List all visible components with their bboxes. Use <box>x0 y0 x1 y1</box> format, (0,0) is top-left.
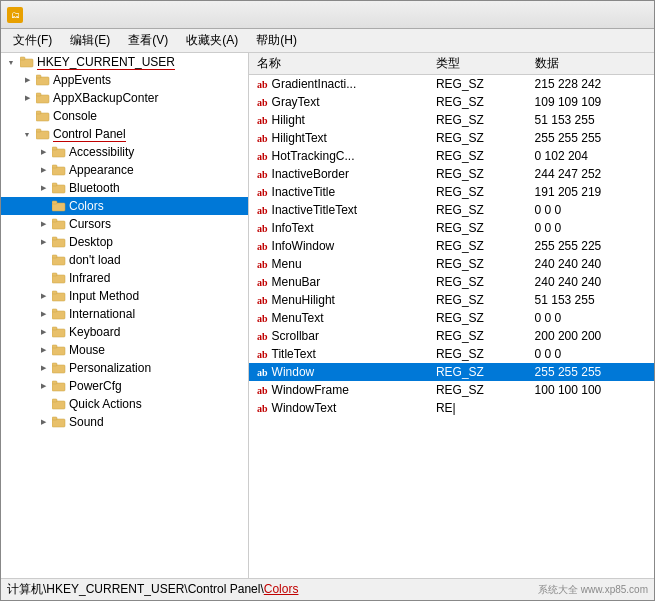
expand-btn-appevents[interactable] <box>19 72 35 88</box>
table-row[interactable]: abGradientInacti...REG_SZ215 228 242 <box>249 75 654 93</box>
table-row[interactable]: abMenuHilightREG_SZ51 153 255 <box>249 291 654 309</box>
ab-icon: ab <box>257 367 268 378</box>
svg-rect-3 <box>36 75 41 78</box>
tree-item-powercfg[interactable]: PowerCfg <box>1 377 248 395</box>
cell-type: REG_SZ <box>428 219 527 237</box>
table-row[interactable]: abMenuREG_SZ240 240 240 <box>249 255 654 273</box>
expand-btn-powercfg[interactable] <box>35 378 51 394</box>
tree-item-appevents[interactable]: AppEvents <box>1 71 248 89</box>
tree-item-bluetooth[interactable]: Bluetooth <box>1 179 248 197</box>
folder-icon-colors <box>51 199 67 213</box>
cell-type: REG_SZ <box>428 183 527 201</box>
expand-btn-keyboard[interactable] <box>35 324 51 340</box>
tree-item-console[interactable]: Console <box>1 107 248 125</box>
tree-item-sound[interactable]: Sound <box>1 413 248 431</box>
detail-panel[interactable]: 名称 类型 数据 abGradientInacti...REG_SZ215 22… <box>249 53 654 578</box>
expand-btn-quickactions <box>35 396 51 412</box>
cell-name: abMenuBar <box>249 273 428 291</box>
expand-btn-personalization[interactable] <box>35 360 51 376</box>
table-row[interactable]: abInfoTextREG_SZ0 0 0 <box>249 219 654 237</box>
folder-icon-keyboard <box>51 325 67 339</box>
expand-btn-bluetooth[interactable] <box>35 180 51 196</box>
svg-rect-5 <box>36 93 41 96</box>
cell-type: REG_SZ <box>428 255 527 273</box>
tree-item-inputmethod[interactable]: Input Method <box>1 287 248 305</box>
cell-name: abWindowFrame <box>249 381 428 399</box>
tree-item-hkcu[interactable]: HKEY_CURRENT_USER <box>1 53 248 71</box>
tree-label-personalization: Personalization <box>69 361 151 375</box>
svg-rect-23 <box>52 255 57 258</box>
ab-icon: ab <box>257 313 268 324</box>
expand-btn-sound[interactable] <box>35 414 51 430</box>
expand-btn-cursors[interactable] <box>35 216 51 232</box>
table-row[interactable]: abMenuBarREG_SZ240 240 240 <box>249 273 654 291</box>
tree-item-appearance[interactable]: Appearance <box>1 161 248 179</box>
svg-rect-29 <box>52 309 57 312</box>
table-row[interactable]: abHotTrackingC...REG_SZ0 102 204 <box>249 147 654 165</box>
tree-item-quickactions[interactable]: Quick Actions <box>1 395 248 413</box>
table-row[interactable]: abGrayTextREG_SZ109 109 109 <box>249 93 654 111</box>
expand-btn-accessibility[interactable] <box>35 144 51 160</box>
table-row[interactable]: abInactiveTitleTextREG_SZ0 0 0 <box>249 201 654 219</box>
tree-label-powercfg: PowerCfg <box>69 379 122 393</box>
ab-icon: ab <box>257 97 268 108</box>
tree-item-mouse[interactable]: Mouse <box>1 341 248 359</box>
expand-btn-appearance[interactable] <box>35 162 51 178</box>
table-row[interactable]: abHilightTextREG_SZ255 255 255 <box>249 129 654 147</box>
folder-icon-international <box>51 307 67 321</box>
expand-btn-appxbackup[interactable] <box>19 90 35 106</box>
tree-item-international[interactable]: International <box>1 305 248 323</box>
cell-value: 0 0 0 <box>527 201 654 219</box>
tree-item-infrared[interactable]: Infrared <box>1 269 248 287</box>
ab-icon: ab <box>257 151 268 162</box>
ab-icon: ab <box>257 133 268 144</box>
cell-type: REG_SZ <box>428 93 527 111</box>
cell-value: 240 240 240 <box>527 273 654 291</box>
cell-name: abInactiveTitle <box>249 183 428 201</box>
menu-item-a[interactable]: 收藏夹(A) <box>178 30 246 51</box>
table-row[interactable]: abInactiveBorderREG_SZ244 247 252 <box>249 165 654 183</box>
cell-name: abScrollbar <box>249 327 428 345</box>
svg-rect-31 <box>52 327 57 330</box>
table-row[interactable]: abTitleTextREG_SZ0 0 0 <box>249 345 654 363</box>
cell-name: abMenu <box>249 255 428 273</box>
menu-item-v[interactable]: 查看(V) <box>120 30 176 51</box>
table-row[interactable]: abWindowREG_SZ255 255 255 <box>249 363 654 381</box>
menu-item-f[interactable]: 文件(F) <box>5 30 60 51</box>
cell-value: 0 102 204 <box>527 147 654 165</box>
table-row[interactable]: abWindowFrameREG_SZ100 100 100 <box>249 381 654 399</box>
table-row[interactable]: abInactiveTitleREG_SZ191 205 219 <box>249 183 654 201</box>
folder-icon-hkcu <box>19 55 35 69</box>
menu-item-h[interactable]: 帮助(H) <box>248 30 305 51</box>
table-row[interactable]: abScrollbarREG_SZ200 200 200 <box>249 327 654 345</box>
svg-rect-11 <box>52 147 57 150</box>
expand-btn-international[interactable] <box>35 306 51 322</box>
tree-label-mouse: Mouse <box>69 343 105 357</box>
tree-item-appxbackup[interactable]: AppXBackupConter <box>1 89 248 107</box>
tree-panel[interactable]: HKEY_CURRENT_USER AppEvents AppXBackupCo… <box>1 53 249 578</box>
menu-item-e[interactable]: 编辑(E) <box>62 30 118 51</box>
folder-icon-powercfg <box>51 379 67 393</box>
table-row[interactable]: abInfoWindowREG_SZ255 255 225 <box>249 237 654 255</box>
table-row[interactable]: abWindowTextRE| <box>249 399 654 417</box>
table-row[interactable]: abHilightREG_SZ51 153 255 <box>249 111 654 129</box>
tree-item-accessibility[interactable]: Accessibility <box>1 143 248 161</box>
expand-btn-inputmethod[interactable] <box>35 288 51 304</box>
expand-btn-hkcu[interactable] <box>3 54 19 70</box>
svg-rect-1 <box>20 57 25 60</box>
tree-item-dontload[interactable]: don't load <box>1 251 248 269</box>
tree-item-personalization[interactable]: Personalization <box>1 359 248 377</box>
tree-label-sound: Sound <box>69 415 104 429</box>
tree-item-cursors[interactable]: Cursors <box>1 215 248 233</box>
tree-item-colors[interactable]: Colors <box>1 197 248 215</box>
tree-item-desktop[interactable]: Desktop <box>1 233 248 251</box>
tree-label-quickactions: Quick Actions <box>69 397 142 411</box>
table-row[interactable]: abMenuTextREG_SZ0 0 0 <box>249 309 654 327</box>
folder-icon-console <box>35 109 51 123</box>
tree-item-controlpanel[interactable]: Control Panel <box>1 125 248 143</box>
tree-item-keyboard[interactable]: Keyboard <box>1 323 248 341</box>
folder-icon-infrared <box>51 271 67 285</box>
expand-btn-mouse[interactable] <box>35 342 51 358</box>
expand-btn-desktop[interactable] <box>35 234 51 250</box>
expand-btn-controlpanel[interactable] <box>19 126 35 142</box>
